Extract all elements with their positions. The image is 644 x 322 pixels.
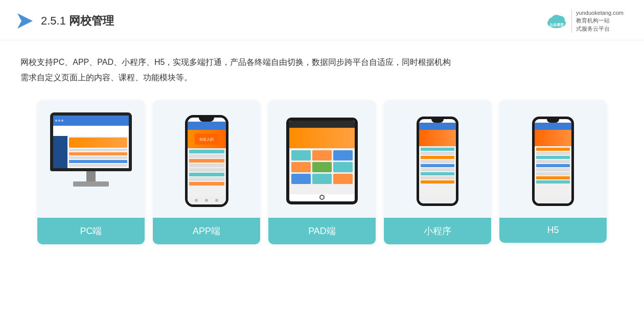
brand-text: yunduoketang.com 教育机构一站 式服务云平台 <box>571 9 624 33</box>
header-left: 2.5.1 网校管理 <box>15 11 114 31</box>
card-miniapp: 小程序 <box>384 100 491 244</box>
h5-phone-illustration <box>532 117 574 206</box>
card-pc: PC端 <box>37 100 145 244</box>
header-right: 云朵课堂 yunduoketang.com 教育机构一站 式服务云平台 <box>546 9 624 33</box>
description-block: 网校支持PC、APP、PAD、小程序、H5，实现多端打通，产品各终端自由切换，数… <box>0 40 644 90</box>
svg-marker-0 <box>17 13 33 29</box>
svg-point-4 <box>551 15 562 23</box>
brand-cloud-icon: 云朵课堂 <box>546 12 567 30</box>
logo-arrow-icon <box>15 11 35 31</box>
card-h5-image <box>499 100 607 218</box>
card-app: 创造人的 <box>153 100 260 244</box>
card-pc-image <box>37 100 145 218</box>
card-miniapp-image <box>384 100 491 218</box>
card-pad-image <box>268 100 376 218</box>
app-phone-illustration: 创造人的 <box>185 115 228 207</box>
card-pc-label: PC端 <box>37 218 145 244</box>
description-line2: 需求自定义页面上的内容、课程、功能模块等。 <box>20 70 624 85</box>
card-app-image: 创造人的 <box>153 100 260 218</box>
cards-section: PC端 创造人的 <box>0 90 644 255</box>
brand-tagline-2: 式服务云平台 <box>576 25 624 33</box>
page: 2.5.1 网校管理 云朵课堂 yunduoketang.com 教育机构一站 … <box>0 0 644 322</box>
card-h5: H5 <box>499 100 607 243</box>
header: 2.5.1 网校管理 云朵课堂 yunduoketang.com 教育机构一站 … <box>0 0 644 40</box>
svg-text:创造人的: 创造人的 <box>199 137 214 142</box>
card-app-label: APP端 <box>153 218 260 244</box>
miniapp-phone-illustration <box>417 117 458 206</box>
brand-tagline-1: 教育机构一站 <box>576 17 624 25</box>
card-miniapp-label: 小程序 <box>384 218 491 244</box>
pad-illustration <box>286 118 358 204</box>
card-pad-label: PAD端 <box>268 218 376 244</box>
svg-text:云朵课堂: 云朵课堂 <box>549 22 564 27</box>
page-title: 2.5.1 网校管理 <box>41 13 114 29</box>
brand-url: yunduoketang.com <box>576 9 624 17</box>
description-line1: 网校支持PC、APP、PAD、小程序、H5，实现多端打通，产品各终端自由切换，数… <box>20 55 624 70</box>
card-pad: PAD端 <box>268 100 376 244</box>
card-h5-label: H5 <box>499 218 607 243</box>
pc-monitor-illustration <box>48 112 134 210</box>
